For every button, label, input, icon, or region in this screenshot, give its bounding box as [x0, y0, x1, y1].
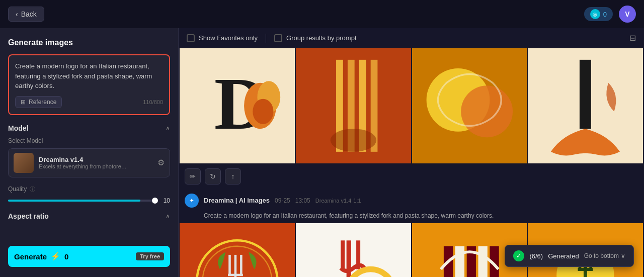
svg-point-4	[253, 99, 273, 124]
quality-label: Quality	[8, 186, 27, 193]
svg-rect-41	[578, 268, 593, 271]
generate-credits: 0	[64, 252, 68, 261]
reference-button[interactable]: ⊞ Reference	[15, 96, 62, 108]
regenerate-icon: ↻	[210, 172, 216, 180]
avatar[interactable]: V	[619, 6, 636, 23]
bottom-image-2[interactable]	[296, 223, 411, 277]
quality-value: 10	[160, 197, 170, 204]
slider-thumb	[152, 198, 158, 204]
sidebar: Generate images Create a modern logo for…	[0, 28, 179, 277]
favorites-toggle[interactable]: Show Favorites only	[187, 34, 258, 42]
download-button[interactable]: ↑	[225, 168, 241, 184]
generation-avatar: ✦	[185, 194, 199, 208]
model-name: Dreamina v1.4	[39, 156, 152, 163]
generate-left: Generate ⚡ 0	[14, 252, 68, 261]
prompt-footer: ⊞ Reference 110/800	[15, 96, 163, 108]
generation-info-row: ✦ Dreamina | AI images 09-25 13:05 Dream…	[179, 189, 644, 211]
main-layout: Generate images Create a modern logo for…	[0, 28, 644, 277]
generate-label: Generate	[14, 252, 47, 261]
regenerate-button[interactable]: ↻	[205, 168, 221, 184]
top-image-3[interactable]	[412, 48, 527, 163]
generation-prompt: Create a modern logo for an Italian rest…	[179, 211, 644, 223]
prompt-box[interactable]: Create a modern logo for an Italian rest…	[8, 54, 170, 115]
toast-count: (6/6)	[529, 252, 543, 260]
svg-rect-22	[228, 273, 243, 276]
generate-area: Generate ⚡ 0 Try free	[8, 241, 170, 267]
model-section-header: Model ∧	[8, 124, 170, 132]
top-image-1[interactable]: D	[180, 48, 295, 163]
model-card[interactable]: Dreamina v1.4 Excels at everything from …	[8, 148, 170, 177]
chevron-up-icon[interactable]: ∧	[166, 125, 170, 132]
content-area: Show Favorites only Group results by pro…	[179, 28, 644, 277]
sidebar-title: Generate images	[8, 38, 170, 47]
svg-rect-15	[580, 60, 591, 129]
aspect-label: Aspect ratio	[8, 212, 49, 220]
svg-rect-25	[341, 240, 345, 269]
chevron-down-icon: ∨	[621, 252, 625, 259]
goto-label: Go to bottom	[584, 252, 619, 259]
svg-point-10	[330, 129, 376, 152]
quality-slider-row: 10	[8, 197, 170, 204]
toast-check-icon: ✓	[513, 250, 524, 261]
back-button[interactable]: ‹ Back	[8, 7, 44, 22]
goto-bottom-button[interactable]: Go to bottom ∨	[584, 252, 625, 259]
toolbar-divider	[266, 34, 266, 43]
generation-source-name: Dreamina | AI images	[204, 197, 270, 204]
slider-fill	[8, 200, 140, 202]
reference-label: Reference	[29, 99, 56, 106]
aspect-chevron-icon[interactable]: ∧	[166, 213, 170, 220]
generate-button[interactable]: Generate ⚡ 0 Try free	[8, 246, 170, 267]
back-label: Back	[21, 10, 37, 18]
prompt-text: Create a modern logo for an Italian rest…	[15, 61, 163, 91]
try-free-badge: Try free	[136, 252, 164, 260]
quality-slider[interactable]	[8, 200, 155, 202]
status-toast: ✓ (6/6) Generated Go to bottom ∨	[505, 245, 634, 267]
credits-icon: ◎	[590, 9, 600, 19]
lightning-icon: ⚡	[51, 252, 60, 261]
favorites-label: Show Favorites only	[199, 34, 258, 42]
generation-ratio: 1:1	[353, 198, 361, 204]
group-label: Group results by prompt	[286, 34, 356, 42]
generation-time: 13:05	[295, 197, 310, 204]
edit-icon: ✏	[190, 172, 196, 180]
credits-count: 0	[603, 11, 607, 18]
top-image-grid: D	[179, 48, 644, 164]
avatar-letter: V	[625, 10, 629, 18]
credits-badge: ◎ 0	[584, 7, 613, 21]
top-image-4[interactable]	[528, 48, 643, 163]
topbar-right: ◎ 0 V	[584, 6, 636, 23]
quality-row: Quality ⓘ	[8, 186, 170, 193]
generation-meta: Dreamina v1.4 1:1	[315, 198, 361, 204]
group-toggle[interactable]: Group results by prompt	[274, 34, 356, 42]
model-info: Dreamina v1.4 Excels at everything from …	[39, 156, 152, 169]
char-count: 110/800	[143, 99, 163, 105]
generation-date: 09-25	[275, 197, 290, 204]
model-title: Model	[8, 124, 28, 132]
svg-rect-32	[455, 246, 464, 277]
toast-status: Generated	[548, 252, 579, 260]
settings-icon[interactable]: ⚙	[157, 158, 165, 167]
download-icon: ↑	[231, 172, 235, 180]
image-icon: ⊞	[21, 99, 26, 106]
bottom-image-1[interactable]	[180, 223, 295, 277]
group-checkbox[interactable]	[274, 34, 282, 42]
chevron-left-icon: ‹	[16, 10, 18, 18]
svg-rect-21	[240, 254, 243, 274]
info-icon: ⓘ	[30, 186, 35, 193]
model-thumbnail	[14, 153, 34, 173]
archive-icon: ⊟	[629, 34, 636, 42]
select-model-label: Select Model	[8, 137, 170, 144]
svg-rect-34	[478, 246, 487, 277]
generation-model: Dreamina v1.4	[315, 198, 352, 204]
archive-button[interactable]: ⊟	[629, 33, 636, 43]
action-bar: ✏ ↻ ↑	[179, 164, 644, 189]
model-desc: Excels at everything from photoreali...	[39, 163, 129, 169]
edit-button[interactable]: ✏	[185, 168, 201, 184]
svg-point-13	[461, 85, 513, 137]
top-image-2[interactable]	[296, 48, 411, 163]
topbar: ‹ Back ◎ 0 V	[0, 0, 644, 28]
svg-rect-20	[228, 254, 231, 274]
favorites-checkbox[interactable]	[187, 34, 195, 42]
content-toolbar: Show Favorites only Group results by pro…	[179, 28, 644, 48]
images-scroll[interactable]: D	[179, 48, 644, 277]
